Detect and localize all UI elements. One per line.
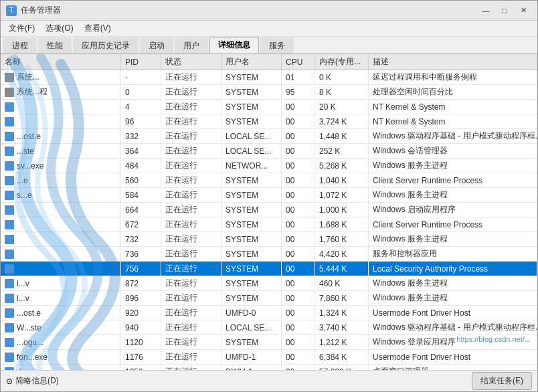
- cell-name: [1, 114, 121, 128]
- cell-user: SYSTEM: [221, 114, 282, 128]
- cell-pid: 1176: [121, 350, 161, 364]
- cell-pid: 0: [121, 85, 161, 99]
- table-row[interactable]: 664 正在运行 SYSTEM 00 1,000 K Windows 启动应用程…: [1, 203, 537, 217]
- tab-services[interactable]: 服务: [260, 37, 294, 54]
- cell-mem: 1,448 K: [315, 129, 369, 143]
- col-header-desc[interactable]: 描述: [369, 54, 537, 70]
- table-row[interactable]: ...ost.e 920 正在运行 UMFD-0 00 1,324 K User…: [1, 306, 537, 320]
- tab-details[interactable]: 详细信息: [209, 37, 259, 54]
- process-icon: [5, 102, 14, 112]
- table-row[interactable]: l...v 872 正在运行 SYSTEM 00 460 K Windows 服…: [1, 276, 537, 291]
- table-row[interactable]: ...e 560 正在运行 SYSTEM 00 1,040 K Client S…: [1, 173, 537, 188]
- footer-info-label[interactable]: 简略信息(D): [15, 375, 59, 387]
- cell-mem: 3,724 K: [315, 114, 369, 128]
- table-row[interactable]: W...ste 940 正在运行 LOCAL SE... 00 3,740 K …: [1, 320, 537, 335]
- menu-view[interactable]: 查看(V): [79, 21, 116, 36]
- cell-name: fon...exe: [1, 350, 121, 364]
- cell-desc: Windows 启动应用程序: [369, 203, 537, 217]
- app-icon: T: [6, 5, 17, 16]
- cell-mem: 5,444 K: [315, 262, 369, 276]
- cell-desc: Windows 会话管理器: [369, 144, 537, 158]
- cell-desc: Client Server Runtime Process: [369, 217, 537, 231]
- cell-user: SYSTEM: [221, 217, 282, 231]
- cell-mem: 1,760 K: [315, 232, 369, 246]
- cell-desc: Windows 服务主进程: [369, 291, 537, 305]
- table-row[interactable]: l...v 896 正在运行 SYSTEM 00 7,860 K Windows…: [1, 291, 537, 306]
- cell-desc: Windows 驱动程序基础 - 用户模式驱动程序框...: [369, 129, 537, 143]
- cell-status: 正在运行: [161, 232, 221, 246]
- table-row[interactable]: sv...exe 484 正在运行 NETWOR... 00 5,268 K W…: [1, 159, 537, 173]
- cell-name: [1, 217, 121, 231]
- table-row[interactable]: ...ogu... 1120 正在运行 SYSTEM 00 1,212 K Wi…: [1, 335, 537, 350]
- cell-cpu: 00: [282, 247, 315, 261]
- cell-status: 正在运行: [161, 335, 221, 349]
- table-row[interactable]: s...e 584 正在运行 SYSTEM 00 1,072 K Windows…: [1, 188, 537, 203]
- cell-name: [1, 203, 121, 217]
- cell-mem: 8 K: [315, 85, 369, 99]
- cell-pid: 484: [121, 159, 161, 173]
- maximize-button[interactable]: □: [496, 4, 513, 17]
- table-row[interactable]: 系统...程 0 正在运行 SYSTEM 95 8 K 处理器空闲时间百分比: [1, 85, 537, 100]
- cell-status: 正在运行: [161, 217, 221, 231]
- cell-name: [1, 100, 121, 114]
- cell-pid: 4: [121, 100, 161, 114]
- cell-cpu: 00: [282, 335, 315, 349]
- footer-left: ⊙ 简略信息(D): [6, 375, 59, 387]
- cell-user: SYSTEM: [221, 85, 282, 99]
- tab-processes[interactable]: 进程: [3, 37, 37, 54]
- cell-desc: Client Server Runtime Process: [369, 173, 537, 187]
- table-row[interactable]: 736 正在运行 SYSTEM 00 4,420 K 服务和控制器应用: [1, 247, 537, 262]
- cell-desc: 服务和控制器应用: [369, 247, 537, 261]
- cell-desc: 桌面窗口管理器: [369, 365, 537, 370]
- minimize-button[interactable]: —: [477, 4, 495, 17]
- cell-desc: NT Kernel & System: [369, 114, 537, 128]
- col-header-user[interactable]: 用户名: [221, 54, 282, 70]
- table-row[interactable]: 96 正在运行 SYSTEM 00 3,724 K NT Kernel & Sy…: [1, 114, 537, 129]
- cell-pid: 664: [121, 203, 161, 217]
- cell-desc: Usermode Font Driver Host: [369, 350, 537, 364]
- cell-pid: 96: [121, 114, 161, 128]
- cell-status: 正在运行: [161, 247, 221, 261]
- close-button[interactable]: ✕: [515, 4, 532, 17]
- tab-performance[interactable]: 性能: [38, 37, 72, 54]
- col-header-pid[interactable]: PID: [121, 54, 161, 70]
- process-icon: [5, 205, 14, 215]
- cell-name: ...ost.e: [1, 129, 121, 143]
- tab-users[interactable]: 用户: [175, 37, 208, 54]
- cell-desc: Usermode Font Driver Host: [369, 306, 537, 320]
- cell-status: 正在运行: [161, 188, 221, 202]
- cell-user: UMFD-0: [221, 306, 282, 320]
- table-row[interactable]: ...ost.e 332 正在运行 LOCAL SE... 00 1,448 K…: [1, 129, 537, 144]
- table-row[interactable]: 4 正在运行 SYSTEM 00 20 K NT Kernel & System: [1, 100, 537, 114]
- process-icon: [5, 88, 14, 97]
- cell-cpu: 00: [282, 217, 315, 231]
- menu-options[interactable]: 选项(O): [40, 21, 78, 36]
- col-header-status[interactable]: 状态: [161, 54, 221, 70]
- process-icon: [5, 279, 14, 288]
- tabs-bar: 进程 性能 应用历史记录 启动 用户 详细信息 服务: [1, 37, 537, 54]
- cell-status: 正在运行: [161, 129, 221, 143]
- menu-file[interactable]: 文件(F): [3, 21, 40, 36]
- tab-app-history[interactable]: 应用历史记录: [73, 37, 139, 54]
- table-row[interactable]: fon...exe 1176 正在运行 UMFD-1 00 6,384 K Us…: [1, 350, 537, 365]
- col-header-name[interactable]: 名称: [1, 54, 121, 70]
- cell-name: [1, 232, 121, 246]
- col-header-cpu[interactable]: CPU: [282, 54, 315, 70]
- cell-cpu: 00: [282, 350, 315, 364]
- cell-cpu: 00: [282, 100, 315, 114]
- tab-startup[interactable]: 启动: [140, 37, 173, 54]
- end-task-button[interactable]: 结束任务(E): [472, 372, 532, 390]
- table-row[interactable]: 732 正在运行 SYSTEM 00 1,760 K Windows 服务主进程: [1, 232, 537, 247]
- col-header-mem[interactable]: 内存(专用...: [315, 54, 369, 70]
- cell-cpu: 00: [282, 320, 315, 334]
- table-row[interactable]: dwm.exe 1252 正在运行 DWM-1 02 57,006 K 桌面窗口…: [1, 365, 537, 370]
- table-row[interactable]: 756 正在运行 SYSTEM 00 5,444 K Local Securit…: [1, 262, 537, 276]
- table-row[interactable]: 系统... - 正在运行 SYSTEM 01 0 K 延迟过程调用和中断服务例程: [1, 70, 537, 85]
- cell-user: LOCAL SE...: [221, 129, 282, 143]
- table-row[interactable]: 672 正在运行 SYSTEM 00 1,688 K Client Server…: [1, 217, 537, 232]
- cell-cpu: 00: [282, 262, 315, 276]
- process-icon: [5, 191, 14, 200]
- cell-cpu: 00: [282, 144, 315, 158]
- cell-user: SYSTEM: [221, 262, 282, 276]
- table-row[interactable]: ...ste 364 正在运行 LOCAL SE... 00 252 K Win…: [1, 144, 537, 159]
